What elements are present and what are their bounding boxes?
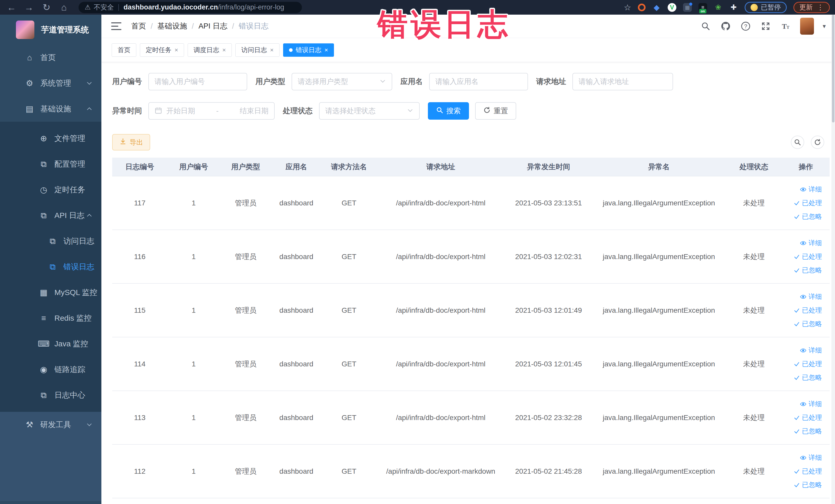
sidebar-item-mysql-monitor[interactable]: ▦MySQL 监控 — [0, 280, 101, 305]
sidebar-item-java-monitor[interactable]: ⌨Java 监控 — [0, 331, 101, 357]
sidebar-item-log-center[interactable]: ⧉日志中心 — [0, 382, 101, 408]
sidebar-item-error-log[interactable]: ⧉错误日志 — [0, 254, 101, 280]
request-url-input[interactable] — [578, 78, 667, 86]
date-range-picker[interactable]: 开始日期 - 结束日期 — [148, 102, 274, 120]
tab-label: 错误日志 — [296, 46, 321, 54]
sidebar-item-dev-tools[interactable]: ⚒研发工具 — [0, 412, 101, 438]
detail-link[interactable]: 详细 — [800, 239, 822, 247]
close-icon[interactable]: × — [175, 46, 178, 54]
search-button[interactable]: 搜索 — [428, 102, 469, 120]
extension-on-icon[interactable]: ≡on — [698, 3, 707, 12]
sidebar-item-file-management[interactable]: ⊕文件管理 — [0, 125, 101, 151]
extensions-puzzle-icon[interactable]: ✚ — [729, 3, 738, 12]
app-name-input[interactable] — [435, 78, 522, 86]
sidebar-item-access-log[interactable]: ⧉访问日志 — [0, 228, 101, 254]
mark-processed-link[interactable]: 已处理 — [794, 199, 822, 207]
sidebar-item-config-management[interactable]: ⧉配置管理 — [0, 151, 101, 177]
mark-ignored-link[interactable]: 已忽略 — [794, 319, 822, 328]
tab-access-log[interactable]: 访问日志× — [236, 43, 280, 57]
address-bar[interactable]: ⚠ 不安全 dashboard.yudao.iocoder.cn /infra/… — [79, 2, 302, 13]
sidebar-item-label: 日志中心 — [55, 390, 85, 401]
scrollbar-thumb[interactable] — [832, 15, 834, 122]
extension-orange-icon[interactable] — [638, 4, 646, 11]
field-user-id: 用户编号 — [112, 73, 247, 90]
paused-badge[interactable]: 已暂停 — [745, 2, 787, 13]
sidebar-item-redis-monitor[interactable]: ≡Redis 监控 — [0, 305, 101, 331]
user-type-select[interactable]: 请选择用户类型 — [291, 73, 392, 90]
extension-grid-icon[interactable]: ▦ — [683, 3, 692, 12]
search-icon[interactable] — [700, 21, 711, 32]
extension-v-icon[interactable]: V — [668, 3, 676, 12]
user-id-input[interactable] — [155, 78, 241, 86]
sidebar-item-trace[interactable]: ◉链路追踪 — [0, 357, 101, 382]
tab-home[interactable]: 首页 — [111, 43, 136, 57]
mark-processed-link[interactable]: 已处理 — [794, 467, 822, 476]
browser-menu-icon[interactable]: ⋮ — [817, 3, 824, 12]
extension-shield-icon[interactable]: ◆ — [652, 3, 661, 12]
eye-icon — [800, 294, 807, 300]
breadcrumb-item[interactable]: 首页 — [131, 21, 146, 31]
github-icon[interactable] — [720, 21, 731, 32]
home-icon: ⌂ — [24, 54, 35, 62]
cell-status: 未处理 — [726, 252, 782, 262]
refresh-table-button[interactable] — [811, 136, 824, 149]
sidebar-item-label: 研发工具 — [40, 420, 71, 430]
toggle-search-button[interactable] — [791, 136, 804, 149]
mark-ignored-link[interactable]: 已忽略 — [794, 480, 822, 489]
field-label: 请求地址 — [536, 77, 566, 87]
help-icon[interactable]: ? — [740, 21, 751, 32]
table-row: 1131管理员dashboardGET/api/infra/db-doc/exp… — [112, 391, 830, 445]
close-icon[interactable]: × — [324, 46, 328, 54]
fullscreen-icon[interactable] — [760, 21, 771, 32]
caret-down-icon[interactable]: ▾ — [823, 23, 826, 30]
field-app-name: 应用名 — [401, 73, 528, 90]
mark-processed-link[interactable]: 已处理 — [794, 306, 822, 315]
reload-icon[interactable]: ↻ — [41, 2, 53, 13]
detail-link[interactable]: 详细 — [800, 185, 822, 194]
detail-link[interactable]: 详细 — [800, 292, 822, 301]
mark-ignored-link[interactable]: 已忽略 — [794, 427, 822, 436]
mark-ignored-link[interactable]: 已忽略 — [794, 266, 822, 275]
cell-exception-time: 2021-05-02 21:45:28 — [505, 467, 592, 476]
reset-button[interactable]: 重置 — [475, 102, 516, 120]
svg-text:?: ? — [744, 23, 747, 29]
sidebar-item-label: Redis 监控 — [55, 313, 91, 323]
cell-exception-name: java.lang.IllegalArgumentException — [592, 360, 726, 368]
detail-link[interactable]: 详细 — [800, 453, 822, 462]
app-logo-row[interactable]: 芋道管理系统 — [0, 15, 101, 45]
cell-user-type: 管理员 — [220, 466, 271, 476]
close-icon[interactable]: × — [222, 46, 226, 54]
detail-link[interactable]: 详细 — [800, 400, 822, 408]
sidebar-item-api-log[interactable]: ⧉API 日志 — [0, 203, 101, 228]
update-badge[interactable]: 更新 ⋮ — [793, 2, 830, 13]
detail-link[interactable]: 详细 — [800, 346, 822, 355]
tab-job[interactable]: 定时任务× — [140, 43, 184, 57]
mark-ignored-link[interactable]: 已忽略 — [794, 373, 822, 382]
column-header: 用户编号 — [167, 162, 220, 172]
mark-ignored-link[interactable]: 已忽略 — [794, 212, 822, 221]
mark-processed-link[interactable]: 已处理 — [794, 413, 822, 422]
forward-icon[interactable]: → — [23, 2, 35, 13]
close-icon[interactable]: × — [270, 46, 273, 54]
tab-error-log[interactable]: 错误日志× — [283, 43, 334, 57]
sidebar-item-infrastructure[interactable]: ▤基础设施 — [0, 96, 101, 122]
hamburger-icon[interactable] — [111, 22, 121, 30]
scrollbar[interactable] — [831, 15, 835, 504]
breadcrumb-item[interactable]: 基础设施 — [157, 21, 187, 31]
mark-processed-link[interactable]: 已处理 — [794, 360, 822, 368]
sidebar-item-home[interactable]: ⌂首页 — [0, 45, 101, 70]
sidebar-item-scheduled-jobs[interactable]: ◷定时任务 — [0, 177, 101, 203]
home-icon[interactable]: ⌂ — [58, 2, 70, 13]
breadcrumb-item[interactable]: API 日志 — [199, 21, 227, 31]
user-avatar[interactable] — [800, 18, 814, 35]
mark-processed-link[interactable]: 已处理 — [794, 252, 822, 261]
export-button[interactable]: 导出 — [112, 134, 150, 150]
back-icon[interactable]: ← — [6, 2, 18, 13]
bookmark-star-icon[interactable]: ☆ — [624, 3, 631, 12]
process-status-select[interactable]: 请选择处理状态 — [319, 102, 420, 120]
tab-job-log[interactable]: 调度日志× — [188, 43, 232, 57]
font-size-icon[interactable]: TT — [780, 21, 791, 32]
extension-leaf-icon[interactable]: ❀ — [714, 3, 722, 12]
sidebar-item-system-management[interactable]: ⚙系统管理 — [0, 70, 101, 96]
cell-user-id: 1 — [167, 199, 220, 207]
